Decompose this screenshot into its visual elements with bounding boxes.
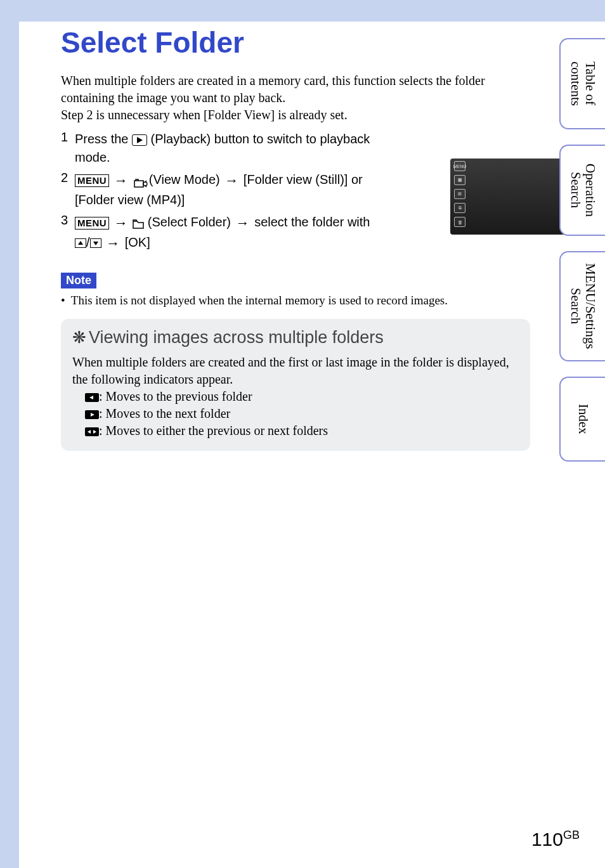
arrow-icon: → — [235, 213, 251, 233]
thumb-calendar-icon: ▦ — [454, 175, 465, 185]
step-3-num: 3 — [61, 213, 75, 254]
intro-text: When multiple folders are created in a m… — [61, 72, 530, 124]
step-3: 3 MENU → (Select Folder) → select the fo… — [61, 213, 384, 254]
tip-bulb-icon: ❋ — [72, 328, 86, 347]
tab-operation-label: Operation Search — [568, 146, 597, 235]
step-2-part1: (View Mode) — [149, 172, 223, 186]
thumb-grid-icon: ⊞ — [454, 189, 465, 199]
arrow-icon: → — [105, 233, 121, 254]
intro-line-2: Step 2 is unnecessary when [Folder View]… — [61, 108, 348, 122]
tip-ind-both: : Moves to either the previous or next f… — [99, 424, 328, 437]
note-label: Note — [61, 273, 96, 288]
tip-title-row: ❋ Viewing images across multiple folders — [72, 328, 519, 347]
thumb-delete-icon: 🗑 — [454, 217, 465, 227]
side-tabs: Table of contents Operation Search MENU/… — [559, 38, 605, 462]
thumb-slideshow-icon: ⧉ — [454, 203, 465, 213]
tip-body-text: When multiple folders are created and th… — [72, 355, 509, 386]
both-folder-icon — [85, 427, 99, 436]
note-text: This item is not displayed when the inte… — [71, 294, 448, 307]
intro-line-1: When multiple folders are created in a m… — [61, 74, 485, 105]
tab-operation-search[interactable]: Operation Search — [559, 145, 605, 236]
tab-toc-label: Table of contents — [568, 39, 597, 128]
arrow-icon: → — [113, 171, 129, 191]
left-bar — [0, 0, 19, 868]
tip-body: When multiple folders are created and th… — [72, 354, 519, 439]
arrow-icon: → — [223, 171, 240, 191]
view-mode-icon — [133, 176, 145, 185]
menu-box-icon: MENU — [75, 217, 109, 230]
top-bar — [0, 0, 605, 22]
menu-box-icon: MENU — [75, 174, 109, 187]
step-2-num: 2 — [61, 171, 75, 209]
tip-box: ❋ Viewing images across multiple folders… — [61, 319, 530, 451]
step-2: 2 MENU → (View Mode) → [Folder view (Sti… — [61, 171, 384, 209]
tab-menu-settings-search[interactable]: MENU/Settings Search — [559, 251, 605, 361]
step-1-body: Press the (Playback) button to switch to… — [75, 130, 384, 167]
tip-title: Viewing images across multiple folders — [89, 328, 384, 347]
prev-folder-icon — [85, 393, 99, 402]
page-title: Select Folder — [61, 25, 530, 60]
tip-ind-next: : Moves to the next folder — [99, 406, 230, 420]
step-1: 1 Press the (Playback) button to switch … — [61, 130, 384, 167]
main-content: Select Folder When multiple folders are … — [61, 25, 530, 451]
page-suffix: GB — [563, 829, 580, 841]
page-footer: 110GB — [531, 829, 580, 850]
folder-icon — [133, 214, 144, 232]
step-2-body: MENU → (View Mode) → [Folder view (Still… — [75, 171, 384, 209]
note-item: • This item is not displayed when the in… — [61, 294, 530, 308]
playback-icon — [132, 134, 147, 146]
thumb-menu-icon: MENU — [454, 161, 465, 171]
page-number: 110 — [531, 829, 563, 850]
up-key-icon — [75, 238, 86, 248]
step-3-part1: (Select Folder) — [148, 215, 235, 229]
next-folder-icon — [85, 410, 99, 419]
step-3-body: MENU → (Select Folder) → select the fold… — [75, 213, 384, 254]
step-1-pre: Press the — [75, 132, 132, 146]
tip-ind-prev: : Moves to the previous folder — [99, 389, 252, 403]
step-3-part2: select the folder with — [251, 215, 370, 229]
down-key-icon — [90, 238, 101, 248]
tab-toc[interactable]: Table of contents — [559, 38, 605, 129]
step-3-part3: [OK] — [121, 235, 150, 249]
tab-index-label: Index — [575, 404, 590, 434]
tab-index[interactable]: Index — [559, 377, 605, 462]
steps: 1 Press the (Playback) button to switch … — [61, 130, 384, 254]
arrow-icon: → — [113, 213, 129, 233]
step-1-num: 1 — [61, 130, 75, 167]
tab-menu-settings-label: MENU/Settings Search — [568, 252, 597, 360]
